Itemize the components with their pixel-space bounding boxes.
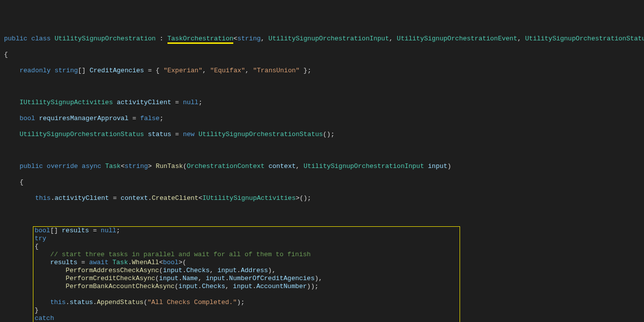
- code-line: readonly string[] CreditAgencies = { "Ex…: [4, 67, 640, 75]
- code-line: bool requiresManagerApproval = false;: [4, 115, 640, 123]
- code-line: public class UtilitySignupOrchestration …: [4, 35, 640, 43]
- code-line: [4, 147, 640, 155]
- code-line: UtilitySignupOrchestrationStatus status …: [4, 131, 640, 139]
- code-line: this.activityClient = context.CreateClie…: [4, 194, 640, 202]
- code-line: [4, 83, 640, 91]
- code-line: IUtilitySignupActivities activityClient …: [4, 99, 640, 107]
- code-line: [4, 210, 640, 218]
- code-line: {: [4, 51, 640, 59]
- code-line: {: [4, 178, 640, 186]
- code-line: bool[] results = null; try { // start th…: [4, 226, 640, 322]
- highlight-box-1: bool[] results = null; try { // start th…: [33, 226, 460, 322]
- underline-highlight: TaskOrchestration: [167, 35, 234, 44]
- code-line: public override async Task<string> RunTa…: [4, 162, 640, 170]
